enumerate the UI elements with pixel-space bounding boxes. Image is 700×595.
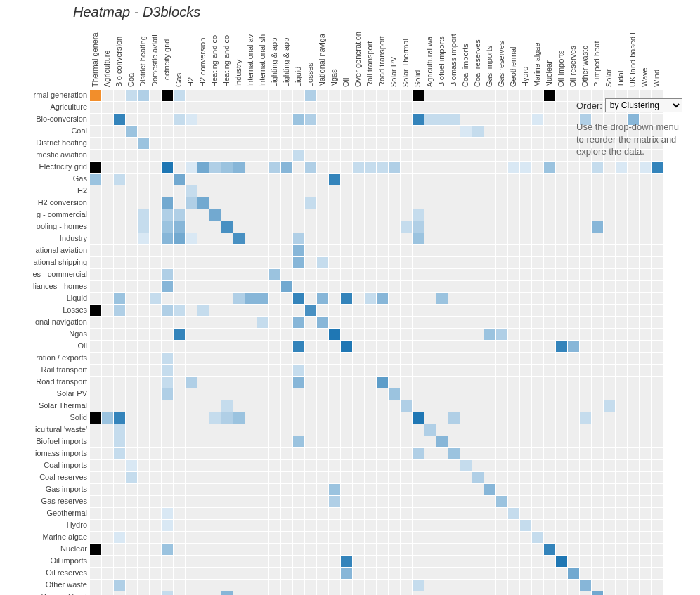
cell[interactable] [162, 162, 173, 173]
cell[interactable] [413, 412, 424, 424]
cell[interactable] [305, 305, 316, 316]
cell[interactable] [413, 448, 424, 459]
cell[interactable] [293, 150, 304, 161]
cell[interactable] [221, 591, 233, 595]
cell[interactable] [592, 221, 603, 233]
cell[interactable] [162, 353, 173, 364]
cell[interactable] [209, 162, 221, 173]
cell[interactable] [377, 293, 388, 304]
cell[interactable] [174, 305, 185, 316]
cell[interactable] [424, 114, 436, 125]
cell[interactable] [269, 269, 280, 280]
cell[interactable] [317, 257, 328, 268]
cell[interactable] [174, 329, 185, 340]
cell[interactable] [329, 484, 340, 495]
cell[interactable] [209, 412, 221, 424]
cell[interactable] [532, 114, 543, 125]
cell[interactable] [305, 114, 316, 125]
cell[interactable] [221, 162, 233, 173]
cell[interactable] [652, 162, 663, 173]
cell[interactable] [341, 293, 352, 304]
cell[interactable] [186, 197, 197, 209]
cell[interactable] [592, 591, 603, 595]
cell[interactable] [162, 365, 173, 376]
cell[interactable] [293, 365, 304, 376]
cell[interactable] [114, 580, 125, 591]
cell[interactable] [508, 508, 519, 519]
cell[interactable] [162, 197, 173, 209]
cell[interactable] [520, 162, 531, 173]
cell[interactable] [114, 448, 125, 459]
cell[interactable] [436, 293, 448, 304]
cell[interactable] [90, 174, 101, 185]
cell[interactable] [568, 341, 579, 352]
cell[interactable] [556, 556, 567, 567]
cell[interactable] [197, 162, 209, 173]
cell[interactable] [520, 520, 531, 531]
cell[interactable] [317, 293, 328, 304]
cell[interactable] [90, 90, 101, 101]
cell[interactable] [233, 162, 245, 173]
cell[interactable] [401, 221, 412, 233]
cell[interactable] [269, 162, 280, 173]
cell[interactable] [448, 412, 460, 424]
cell[interactable] [317, 317, 328, 328]
cell[interactable] [138, 209, 149, 221]
cell[interactable] [496, 496, 507, 507]
cell[interactable] [162, 281, 173, 292]
cell[interactable] [114, 436, 125, 447]
cell[interactable] [640, 162, 651, 173]
cell[interactable] [365, 162, 376, 173]
cell[interactable] [448, 448, 460, 459]
cell[interactable] [114, 174, 125, 185]
cell[interactable] [436, 436, 448, 447]
cell[interactable] [174, 221, 185, 233]
cell[interactable] [162, 377, 173, 388]
cell[interactable] [186, 377, 197, 388]
cell[interactable] [162, 520, 173, 531]
cell[interactable] [233, 293, 245, 304]
cell[interactable] [233, 412, 245, 424]
cell[interactable] [460, 460, 472, 471]
cell[interactable] [544, 162, 555, 173]
cell[interactable] [174, 209, 185, 221]
cell[interactable] [174, 90, 185, 101]
cell[interactable] [162, 591, 173, 595]
cell[interactable] [162, 388, 173, 400]
cell[interactable] [472, 472, 484, 483]
cell[interactable] [544, 544, 555, 555]
cell[interactable] [460, 126, 472, 137]
cell[interactable] [484, 329, 495, 340]
cell[interactable] [138, 221, 149, 233]
cell[interactable] [102, 412, 113, 424]
cell[interactable] [544, 90, 555, 101]
cell[interactable] [186, 162, 197, 173]
cell[interactable] [293, 293, 304, 304]
cell[interactable] [341, 556, 352, 567]
cell[interactable] [114, 305, 125, 316]
cell[interactable] [162, 90, 173, 101]
cell[interactable] [186, 185, 197, 197]
cell[interactable] [413, 114, 424, 125]
cell[interactable] [174, 233, 185, 244]
cell[interactable] [592, 162, 603, 173]
cell[interactable] [508, 162, 519, 173]
cell[interactable] [424, 424, 436, 436]
cell[interactable] [377, 162, 388, 173]
cell[interactable] [138, 233, 149, 244]
cell[interactable] [126, 126, 137, 137]
cell[interactable] [114, 424, 125, 436]
cell[interactable] [245, 293, 257, 304]
cell[interactable] [293, 257, 304, 268]
cell[interactable] [496, 329, 507, 340]
cell[interactable] [389, 162, 400, 173]
cell[interactable] [293, 436, 304, 447]
cell[interactable] [162, 544, 173, 555]
cell[interactable] [413, 90, 424, 101]
cell[interactable] [209, 209, 221, 221]
cell[interactable] [293, 114, 304, 125]
cell[interactable] [616, 162, 627, 173]
cell[interactable] [162, 209, 173, 221]
cell[interactable] [90, 305, 101, 316]
cell[interactable] [114, 114, 125, 125]
